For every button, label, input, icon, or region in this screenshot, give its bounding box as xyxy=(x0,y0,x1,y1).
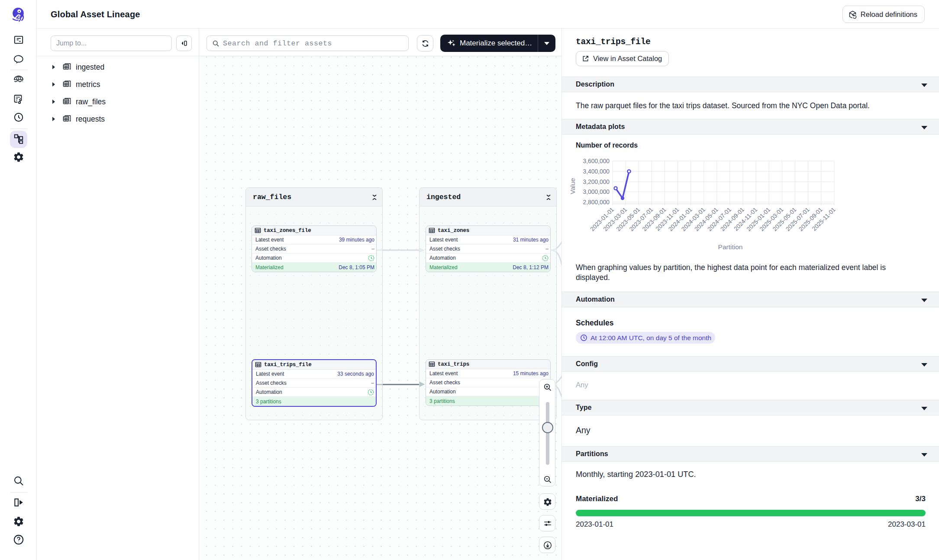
svg-text:Partition: Partition xyxy=(718,243,743,251)
svg-text:3,600,000: 3,600,000 xyxy=(583,158,610,164)
svg-text:2,800,000: 2,800,000 xyxy=(583,199,610,206)
svg-text:3,200,000: 3,200,000 xyxy=(583,179,610,185)
svg-text:3,000,000: 3,000,000 xyxy=(583,189,610,195)
svg-text:Value: Value xyxy=(569,178,576,194)
svg-text:3,400,000: 3,400,000 xyxy=(583,168,610,175)
